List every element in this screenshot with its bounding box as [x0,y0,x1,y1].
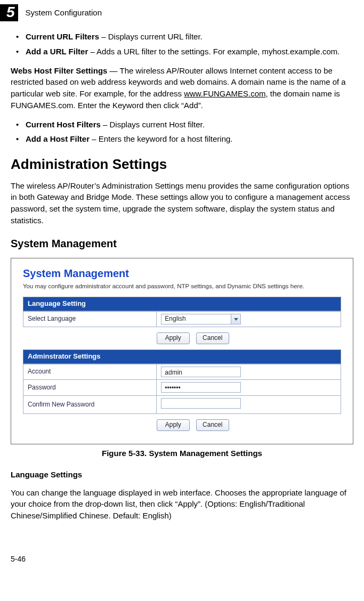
list-item: Current URL Filters – Displays current U… [16,31,353,43]
password-label: Password [23,380,157,395]
page-header: 5 System Configuration [11,4,353,21]
item-term: Current URL Filters [26,32,99,41]
admin-button-row: Apply Cancel [23,416,341,436]
account-input[interactable]: admin [161,367,241,377]
page-number: 5-46 [11,554,353,564]
language-settings-text: You can change the language displayed in… [11,487,353,522]
language-setting-table: Select Language English [23,311,341,327]
password-cell: ••••••• [157,380,341,395]
apply-button[interactable]: Apply [157,419,190,431]
account-cell: admin [157,364,341,379]
table-row: Password ••••••• [23,380,341,395]
apply-button[interactable]: Apply [157,332,190,344]
chapter-number: 5 [0,4,18,21]
figure-box: System Management You may configure admi… [11,258,353,444]
figure-subtitle: You may configure administrator account … [23,282,341,291]
figure-title: System Management [23,266,341,281]
confirm-password-cell [157,395,341,413]
para-lead: Webs Host Filter Settings [11,66,107,75]
table-row: Account admin [23,364,341,379]
select-language-cell: English [157,312,341,327]
para-link: www.FUNGAMES.com [184,89,265,98]
admin-settings-intro: The wireless AP/Router’s Administration … [11,180,353,226]
item-desc: – Adds a URL filter to the settings. For… [88,47,339,56]
confirm-password-input[interactable] [161,398,241,409]
chevron-down-icon [231,314,240,324]
account-label: Account [23,364,157,379]
item-term: Add a URL Filter [26,47,88,56]
list-item: Current Host Filters – Displays current … [16,119,353,131]
item-desc: – Displays current URL filter. [99,32,203,41]
item-term: Current Host Filters [26,120,101,129]
language-select-value: English [161,314,231,323]
webs-host-paragraph: Webs Host Filter Settings — The wireless… [11,65,353,111]
admin-settings-table: Account admin Password ••••••• Confirm N… [23,364,341,414]
host-filter-list: Current Host Filters – Displays current … [16,119,353,145]
chapter-title: System Configuration [26,7,102,19]
item-term: Add a Host Filter [26,134,90,143]
table-row: Select Language English [23,312,341,327]
para-sep: — [107,66,119,75]
admin-settings-header: Adminstrator Settings [23,350,341,364]
language-settings-heading: Language Settings [11,469,353,481]
password-input[interactable]: ••••••• [161,382,241,393]
confirm-password-label: Confirm New Password [23,395,157,413]
cancel-button[interactable]: Cancel [196,419,229,431]
list-item: Add a URL Filter – Adds a URL filter to … [16,46,353,58]
language-setting-header: Language Setting [23,297,341,311]
figure-caption: Figure 5-33. System Management Settings [11,448,353,459]
item-desc: – Enters the keyword for a host filterin… [90,134,232,143]
list-item: Add a Host Filter – Enters the keyword f… [16,133,353,145]
url-filter-list: Current URL Filters – Displays current U… [16,31,353,58]
sys-mgmt-heading: System Management [11,236,353,251]
language-button-row: Apply Cancel [23,329,341,350]
language-select[interactable]: English [161,314,241,324]
item-desc: – Displays current Host filter. [101,120,205,129]
table-row: Confirm New Password [23,395,341,413]
select-language-label: Select Language [23,312,157,327]
admin-settings-heading: Administration Settings [11,155,353,175]
cancel-button[interactable]: Cancel [196,332,229,344]
